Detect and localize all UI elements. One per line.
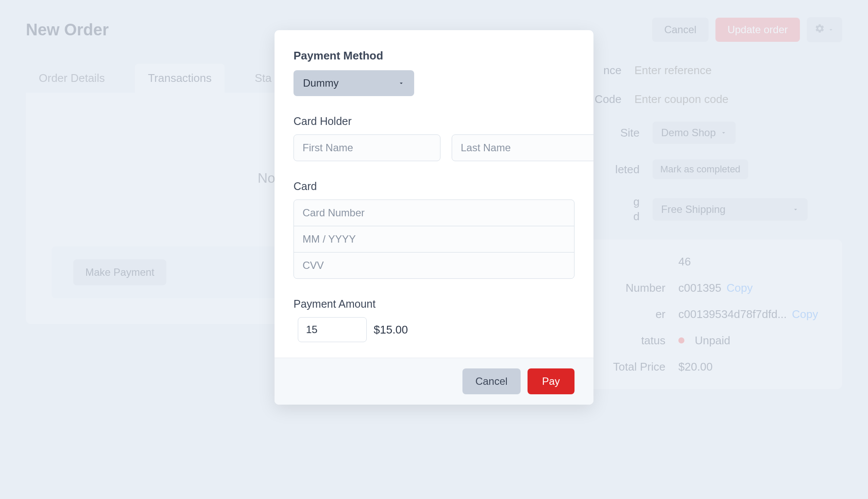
modal-title: Payment Method [293, 49, 575, 62]
payment-amount-display: $15.00 [374, 323, 408, 337]
last-name-input[interactable] [452, 134, 593, 161]
chevron-down-icon [398, 80, 405, 87]
modal-pay-button[interactable]: Pay [528, 368, 575, 394]
modal-overlay: Payment Method Dummy Card Holder Card Pa… [0, 0, 868, 499]
card-expiry-input[interactable] [293, 226, 575, 253]
card-holder-label: Card Holder [293, 115, 575, 128]
payment-method-value: Dummy [303, 77, 339, 89]
first-name-input[interactable] [293, 134, 440, 161]
modal-cancel-button[interactable]: Cancel [462, 368, 521, 394]
card-cvv-input[interactable] [293, 252, 575, 279]
payment-modal: Payment Method Dummy Card Holder Card Pa… [275, 30, 593, 405]
payment-amount-input[interactable] [298, 317, 367, 342]
card-label: Card [293, 180, 575, 193]
payment-amount-label: Payment Amount [293, 298, 575, 310]
payment-method-select[interactable]: Dummy [293, 70, 414, 96]
card-number-input[interactable] [293, 200, 575, 226]
